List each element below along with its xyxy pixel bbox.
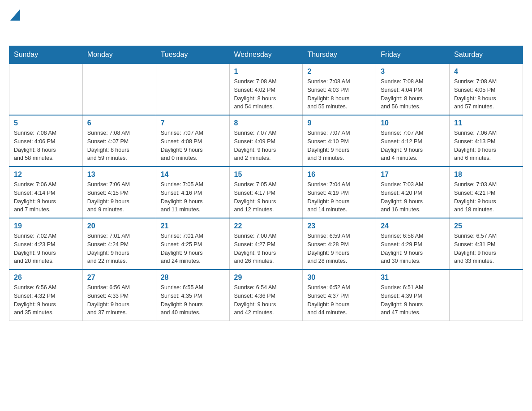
calendar-cell: 5Sunrise: 7:08 AM Sunset: 4:06 PM Daylig… xyxy=(9,115,83,167)
day-info: Sunrise: 6:51 AM Sunset: 4:39 PM Dayligh… xyxy=(381,283,445,317)
day-info: Sunrise: 6:54 AM Sunset: 4:36 PM Dayligh… xyxy=(234,283,298,317)
day-number: 25 xyxy=(454,222,518,230)
day-info: Sunrise: 7:07 AM Sunset: 4:10 PM Dayligh… xyxy=(307,129,371,163)
page-header xyxy=(9,9,523,37)
day-number: 9 xyxy=(307,119,371,127)
day-info: Sunrise: 7:07 AM Sunset: 4:09 PM Dayligh… xyxy=(234,129,298,163)
day-number: 14 xyxy=(161,171,225,179)
day-number: 28 xyxy=(161,274,225,282)
day-info: Sunrise: 7:07 AM Sunset: 4:08 PM Dayligh… xyxy=(161,129,225,163)
day-info: Sunrise: 7:05 AM Sunset: 4:17 PM Dayligh… xyxy=(234,180,298,214)
weekday-header-thursday: Thursday xyxy=(303,46,376,64)
day-number: 19 xyxy=(14,222,78,230)
calendar-cell: 30Sunrise: 6:52 AM Sunset: 4:37 PM Dayli… xyxy=(303,270,376,321)
day-number: 23 xyxy=(307,222,371,230)
day-info: Sunrise: 7:06 AM Sunset: 4:14 PM Dayligh… xyxy=(14,180,78,214)
weekday-header-friday: Friday xyxy=(376,46,450,64)
calendar-cell: 2Sunrise: 7:08 AM Sunset: 4:03 PM Daylig… xyxy=(303,64,376,115)
day-info: Sunrise: 7:06 AM Sunset: 4:13 PM Dayligh… xyxy=(454,129,518,163)
day-number: 24 xyxy=(381,222,445,230)
calendar-cell xyxy=(82,64,156,115)
calendar-week-row: 5Sunrise: 7:08 AM Sunset: 4:06 PM Daylig… xyxy=(9,115,523,167)
day-number: 10 xyxy=(381,119,445,127)
day-info: Sunrise: 7:02 AM Sunset: 4:23 PM Dayligh… xyxy=(14,232,78,265)
day-info: Sunrise: 7:08 AM Sunset: 4:03 PM Dayligh… xyxy=(307,77,371,111)
calendar-cell: 31Sunrise: 6:51 AM Sunset: 4:39 PM Dayli… xyxy=(376,270,450,321)
day-info: Sunrise: 7:08 AM Sunset: 4:02 PM Dayligh… xyxy=(234,77,298,111)
calendar-cell: 8Sunrise: 7:07 AM Sunset: 4:09 PM Daylig… xyxy=(229,115,303,167)
day-info: Sunrise: 7:04 AM Sunset: 4:19 PM Dayligh… xyxy=(307,180,371,214)
calendar-cell: 23Sunrise: 6:59 AM Sunset: 4:28 PM Dayli… xyxy=(303,218,376,270)
weekday-header-saturday: Saturday xyxy=(450,46,523,64)
calendar-cell: 6Sunrise: 7:08 AM Sunset: 4:07 PM Daylig… xyxy=(82,115,156,167)
day-info: Sunrise: 6:59 AM Sunset: 4:28 PM Dayligh… xyxy=(307,232,371,265)
calendar-cell: 1Sunrise: 7:08 AM Sunset: 4:02 PM Daylig… xyxy=(229,64,303,115)
day-number: 17 xyxy=(381,171,445,179)
calendar-cell: 15Sunrise: 7:05 AM Sunset: 4:17 PM Dayli… xyxy=(229,167,303,218)
calendar-header-row: SundayMondayTuesdayWednesdayThursdayFrid… xyxy=(9,46,523,64)
day-info: Sunrise: 6:52 AM Sunset: 4:37 PM Dayligh… xyxy=(307,283,371,317)
day-info: Sunrise: 6:57 AM Sunset: 4:31 PM Dayligh… xyxy=(454,232,518,265)
day-number: 15 xyxy=(234,171,298,179)
day-number: 5 xyxy=(14,119,78,127)
day-info: Sunrise: 6:56 AM Sunset: 4:32 PM Dayligh… xyxy=(14,283,78,317)
day-info: Sunrise: 7:08 AM Sunset: 4:05 PM Dayligh… xyxy=(454,77,518,111)
calendar-cell: 11Sunrise: 7:06 AM Sunset: 4:13 PM Dayli… xyxy=(450,115,523,167)
calendar-cell: 27Sunrise: 6:56 AM Sunset: 4:33 PM Dayli… xyxy=(82,270,156,321)
day-info: Sunrise: 6:58 AM Sunset: 4:29 PM Dayligh… xyxy=(381,232,445,265)
day-number: 26 xyxy=(14,274,78,282)
calendar-week-row: 19Sunrise: 7:02 AM Sunset: 4:23 PM Dayli… xyxy=(9,218,523,270)
day-number: 6 xyxy=(87,119,151,127)
calendar-cell: 26Sunrise: 6:56 AM Sunset: 4:32 PM Dayli… xyxy=(9,270,83,321)
day-info: Sunrise: 7:06 AM Sunset: 4:15 PM Dayligh… xyxy=(87,180,151,214)
day-info: Sunrise: 7:07 AM Sunset: 4:12 PM Dayligh… xyxy=(381,129,445,163)
day-info: Sunrise: 7:00 AM Sunset: 4:27 PM Dayligh… xyxy=(234,232,298,265)
day-number: 30 xyxy=(307,274,371,282)
calendar-cell: 20Sunrise: 7:01 AM Sunset: 4:24 PM Dayli… xyxy=(82,218,156,270)
calendar-cell xyxy=(450,270,523,321)
calendar-cell: 21Sunrise: 7:01 AM Sunset: 4:25 PM Dayli… xyxy=(156,218,229,270)
day-number: 4 xyxy=(454,68,518,76)
weekday-header-sunday: Sunday xyxy=(9,46,83,64)
day-number: 20 xyxy=(87,222,151,230)
calendar-table: SundayMondayTuesdayWednesdayThursdayFrid… xyxy=(9,46,523,321)
day-number: 27 xyxy=(87,274,151,282)
svg-marker-0 xyxy=(10,9,20,21)
calendar-cell: 13Sunrise: 7:06 AM Sunset: 4:15 PM Dayli… xyxy=(82,167,156,218)
day-number: 7 xyxy=(161,119,225,127)
calendar-cell: 17Sunrise: 7:03 AM Sunset: 4:20 PM Dayli… xyxy=(376,167,450,218)
calendar-cell: 14Sunrise: 7:05 AM Sunset: 4:16 PM Dayli… xyxy=(156,167,229,218)
calendar-cell: 18Sunrise: 7:03 AM Sunset: 4:21 PM Dayli… xyxy=(450,167,523,218)
day-number: 21 xyxy=(161,222,225,230)
calendar-week-row: 1Sunrise: 7:08 AM Sunset: 4:02 PM Daylig… xyxy=(9,64,523,115)
day-number: 1 xyxy=(234,68,298,76)
calendar-cell: 4Sunrise: 7:08 AM Sunset: 4:05 PM Daylig… xyxy=(450,64,523,115)
calendar-cell xyxy=(156,64,229,115)
calendar-cell: 19Sunrise: 7:02 AM Sunset: 4:23 PM Dayli… xyxy=(9,218,83,270)
weekday-header-tuesday: Tuesday xyxy=(156,46,229,64)
day-info: Sunrise: 6:55 AM Sunset: 4:35 PM Dayligh… xyxy=(161,283,225,317)
calendar-cell: 7Sunrise: 7:07 AM Sunset: 4:08 PM Daylig… xyxy=(156,115,229,167)
day-number: 8 xyxy=(234,119,298,127)
day-number: 31 xyxy=(381,274,445,282)
day-info: Sunrise: 7:01 AM Sunset: 4:24 PM Dayligh… xyxy=(87,232,151,265)
day-number: 16 xyxy=(307,171,371,179)
logo-triangle-icon xyxy=(10,9,20,21)
calendar-cell: 22Sunrise: 7:00 AM Sunset: 4:27 PM Dayli… xyxy=(229,218,303,270)
day-number: 13 xyxy=(87,171,151,179)
calendar-cell: 25Sunrise: 6:57 AM Sunset: 4:31 PM Dayli… xyxy=(450,218,523,270)
calendar-cell: 10Sunrise: 7:07 AM Sunset: 4:12 PM Dayli… xyxy=(376,115,450,167)
day-info: Sunrise: 7:05 AM Sunset: 4:16 PM Dayligh… xyxy=(161,180,225,214)
calendar-week-row: 12Sunrise: 7:06 AM Sunset: 4:14 PM Dayli… xyxy=(9,167,523,218)
day-info: Sunrise: 6:56 AM Sunset: 4:33 PM Dayligh… xyxy=(87,283,151,317)
calendar-cell: 16Sunrise: 7:04 AM Sunset: 4:19 PM Dayli… xyxy=(303,167,376,218)
calendar-week-row: 26Sunrise: 6:56 AM Sunset: 4:32 PM Dayli… xyxy=(9,270,523,321)
day-info: Sunrise: 7:03 AM Sunset: 4:21 PM Dayligh… xyxy=(454,180,518,214)
calendar-cell: 29Sunrise: 6:54 AM Sunset: 4:36 PM Dayli… xyxy=(229,270,303,321)
weekday-header-wednesday: Wednesday xyxy=(229,46,303,64)
calendar-cell: 28Sunrise: 6:55 AM Sunset: 4:35 PM Dayli… xyxy=(156,270,229,321)
calendar-cell: 24Sunrise: 6:58 AM Sunset: 4:29 PM Dayli… xyxy=(376,218,450,270)
calendar-cell xyxy=(9,64,83,115)
day-number: 29 xyxy=(234,274,298,282)
day-number: 18 xyxy=(454,171,518,179)
